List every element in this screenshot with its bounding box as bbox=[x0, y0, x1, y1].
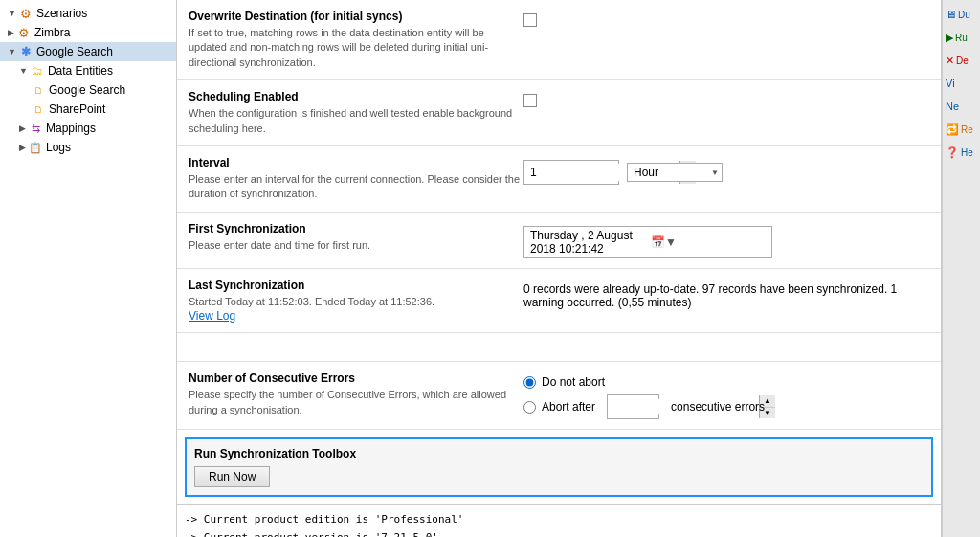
gear-icon: ⚙ bbox=[18, 6, 33, 21]
consecutive-errors-radio-group: Do not abort Abort after ▲ ▼ consecuti bbox=[523, 375, 765, 419]
scheduling-enabled-row: Scheduling Enabled When the configuratio… bbox=[177, 80, 941, 146]
sidebar: ▼ ⚙ Szenarios ▶ ⚙ Zimbra ▼ ✱ Google Sear… bbox=[0, 0, 177, 537]
sidebar-item-google-search[interactable]: ▼ ✱ Google Search bbox=[0, 42, 176, 61]
last-sync-title: Last Synchronization bbox=[189, 279, 523, 292]
abort-after-row: Abort after ▲ ▼ consecutive errors bbox=[523, 394, 765, 419]
page-icon: 🗋 bbox=[31, 101, 46, 117]
toolbox-section: Run Synchronization Toolbox Run Now bbox=[185, 437, 933, 497]
arrow-icon: ▶ bbox=[19, 123, 26, 133]
scheduling-enabled-title: Scheduling Enabled bbox=[189, 90, 523, 103]
sidebar-item-zimbra[interactable]: ▶ ⚙ Zimbra bbox=[0, 23, 176, 42]
arrow-icon: ▶ bbox=[19, 143, 26, 152]
date-value: Thursday , 2 August 2018 10:21:42 bbox=[530, 229, 645, 256]
interval-spinner[interactable]: ▲ ▼ bbox=[523, 160, 619, 185]
date-input[interactable]: Thursday , 2 August 2018 10:21:42 📅▼ bbox=[523, 226, 772, 258]
arrow-icon: ▼ bbox=[19, 66, 28, 76]
abort-after-radio[interactable] bbox=[523, 401, 536, 414]
view-button[interactable]: Vi bbox=[943, 73, 980, 94]
consecutive-errors-row: Number of Consecutive Errors Please spec… bbox=[177, 362, 941, 430]
interval-title: Interval bbox=[189, 156, 523, 169]
new-icon: Ne bbox=[946, 101, 959, 112]
google-icon: ✱ bbox=[18, 44, 33, 59]
overwrite-destination-checkbox[interactable] bbox=[523, 13, 537, 27]
last-sync-started: Started Today at 11:52:03. Ended Today a… bbox=[189, 295, 523, 309]
del-icon: ✕ bbox=[946, 55, 954, 67]
he-button[interactable]: ❓He bbox=[943, 142, 980, 163]
interval-row: Interval Please enter an interval for th… bbox=[177, 146, 941, 213]
unit-select-wrapper: Hour Minute Day bbox=[619, 163, 723, 182]
gear-icon: ⚙ bbox=[16, 25, 32, 40]
spacer-row bbox=[177, 333, 941, 362]
rem-icon: 🔁 bbox=[946, 123, 959, 136]
consecutive-errors-title: Number of Consecutive Errors bbox=[189, 371, 523, 385]
right-panel: 🖥Du ▶Ru ✕De Vi Ne 🔁Re ❓He bbox=[942, 0, 980, 537]
settings-panel: Overwrite Destination (for initial syncs… bbox=[177, 0, 942, 537]
first-sync-row: First Synchronization Please enter date … bbox=[177, 213, 941, 269]
consecutive-errors-desc: Please specify the number of Consecutive… bbox=[189, 388, 523, 417]
sidebar-item-szenarios[interactable]: ▼ ⚙ Szenarios bbox=[0, 4, 176, 23]
overwrite-destination-desc: If set to true, matching rows in the dat… bbox=[189, 26, 523, 70]
map-icon: ⇆ bbox=[28, 121, 43, 136]
consecutive-errors-label: Number of Consecutive Errors Please spec… bbox=[189, 371, 523, 417]
sidebar-label: Mappings bbox=[46, 122, 96, 135]
overwrite-destination-control bbox=[523, 10, 929, 27]
he-icon: ❓ bbox=[946, 146, 959, 159]
interval-desc: Please enter an interval for the current… bbox=[189, 172, 523, 202]
scheduling-enabled-control bbox=[523, 90, 929, 107]
interval-label: Interval Please enter an interval for th… bbox=[189, 156, 523, 202]
first-sync-title: First Synchronization bbox=[189, 222, 523, 235]
new-button[interactable]: Ne bbox=[943, 96, 980, 117]
sidebar-label: Google Search bbox=[49, 83, 125, 97]
sidebar-label: Szenarios bbox=[36, 7, 87, 20]
consecutive-errors-control: Do not abort Abort after ▲ ▼ consecuti bbox=[523, 371, 929, 419]
run-now-button[interactable]: Run Now bbox=[194, 466, 270, 487]
du-icon: 🖥 bbox=[946, 9, 956, 20]
toolbox-title: Run Synchronization Toolbox bbox=[194, 447, 924, 460]
del-button[interactable]: ✕De bbox=[943, 50, 980, 71]
du-button[interactable]: 🖥Du bbox=[943, 4, 980, 25]
consecutive-spinner[interactable]: ▲ ▼ bbox=[607, 394, 659, 419]
scheduling-enabled-checkbox[interactable] bbox=[523, 94, 537, 107]
run-icon: ▶ bbox=[946, 32, 953, 44]
page-icon: 🗋 bbox=[31, 82, 46, 98]
scheduling-enabled-label: Scheduling Enabled When the configuratio… bbox=[189, 90, 523, 136]
sidebar-label: Data Entities bbox=[48, 64, 113, 78]
interval-control: ▲ ▼ Hour Minute Day bbox=[523, 156, 929, 185]
sidebar-label: Logs bbox=[46, 141, 71, 154]
arrow-icon: ▼ bbox=[8, 47, 16, 56]
arrow-icon: ▼ bbox=[8, 9, 16, 18]
sidebar-item-sharepoint[interactable]: 🗋 SharePoint bbox=[0, 100, 176, 119]
first-sync-desc: Please enter date and time for first run… bbox=[189, 238, 523, 253]
run-button[interactable]: ▶Ru bbox=[943, 27, 980, 48]
sidebar-item-logs[interactable]: ▶ 📋 Logs bbox=[0, 138, 176, 157]
sidebar-label: Google Search bbox=[36, 45, 113, 58]
do-not-abort-row: Do not abort bbox=[523, 375, 765, 389]
do-not-abort-label: Do not abort bbox=[542, 375, 605, 389]
log-icon: 📋 bbox=[28, 140, 43, 155]
overwrite-destination-row: Overwrite Destination (for initial syncs… bbox=[177, 0, 941, 80]
first-sync-control: Thursday , 2 August 2018 10:21:42 📅▼ bbox=[523, 222, 929, 258]
calendar-icon[interactable]: 📅▼ bbox=[651, 235, 766, 249]
sidebar-item-data-entities[interactable]: ▼ 🗂 Data Entities bbox=[0, 61, 176, 80]
view-log-link[interactable]: View Log bbox=[189, 309, 235, 323]
sidebar-label: SharePoint bbox=[49, 102, 105, 116]
interval-unit-select[interactable]: Hour Minute Day bbox=[627, 163, 723, 182]
rem-button[interactable]: 🔁Re bbox=[943, 119, 980, 140]
first-sync-label: First Synchronization Please enter date … bbox=[189, 222, 523, 253]
do-not-abort-radio[interactable] bbox=[523, 376, 536, 389]
scheduling-enabled-desc: When the configuration is finished and w… bbox=[189, 106, 523, 136]
arrow-icon: ▶ bbox=[8, 28, 14, 37]
sidebar-item-mappings[interactable]: ▶ ⇆ Mappings bbox=[0, 119, 176, 138]
abort-after-label: Abort after bbox=[542, 400, 595, 414]
view-icon: Vi bbox=[946, 78, 955, 89]
log-line-1: -> Current product edition is 'Professio… bbox=[185, 511, 933, 529]
last-sync-label: Last Synchronization Started Today at 11… bbox=[189, 279, 523, 323]
main-content: Overwrite Destination (for initial syncs… bbox=[177, 0, 942, 537]
log-output: -> Current product edition is 'Professio… bbox=[177, 504, 941, 537]
last-sync-result-text: 0 records were already up-to-date. 97 re… bbox=[523, 282, 929, 309]
sidebar-item-google-search-entity[interactable]: 🗋 Google Search bbox=[0, 80, 176, 100]
last-sync-result: 0 records were already up-to-date. 97 re… bbox=[523, 279, 929, 309]
folder-icon: 🗂 bbox=[30, 63, 45, 78]
last-sync-row: Last Synchronization Started Today at 11… bbox=[177, 269, 941, 333]
overwrite-destination-title: Overwrite Destination (for initial syncs… bbox=[189, 10, 523, 23]
